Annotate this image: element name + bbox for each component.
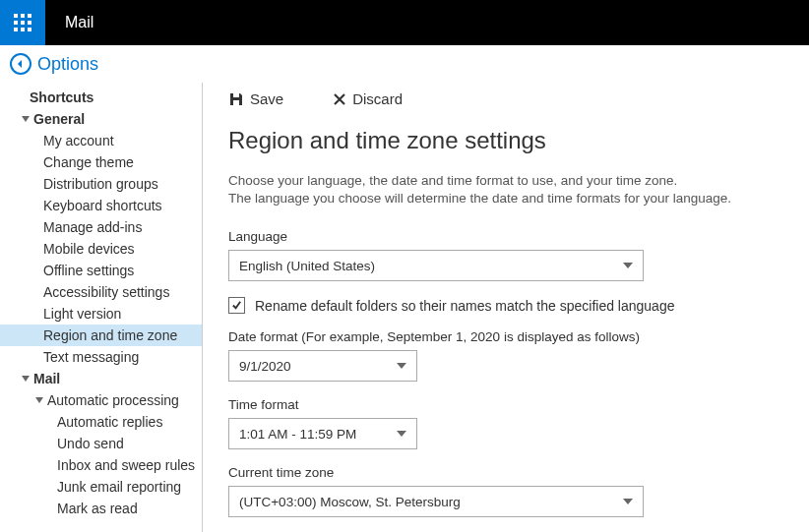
sidebar-item-mark-as-read[interactable]: Mark as read bbox=[0, 498, 202, 519]
time-zone-label: Current time zone bbox=[228, 465, 809, 480]
app-title: Mail bbox=[65, 14, 93, 31]
rename-folders-checkbox[interactable]: Rename default folders so their names ma… bbox=[228, 297, 809, 314]
time-format-select[interactable]: 1:01 AM - 11:59 PM bbox=[228, 418, 417, 449]
content-pane: Save Discard Region and time zone settin… bbox=[203, 83, 809, 532]
sidebar-item-inbox-sweep[interactable]: Inbox and sweep rules bbox=[0, 454, 202, 476]
sidebar-item-my-account[interactable]: My account bbox=[0, 130, 202, 151]
svg-rect-2 bbox=[28, 14, 31, 18]
sidebar-item-offline-settings[interactable]: Offline settings bbox=[0, 260, 202, 281]
sidebar-item-manage-addins[interactable]: Manage add-ins bbox=[0, 216, 202, 238]
sidebar-item-automatic-replies[interactable]: Automatic replies bbox=[0, 411, 202, 433]
sidebar-item-junk-email[interactable]: Junk email reporting bbox=[0, 476, 202, 498]
language-label: Language bbox=[228, 229, 809, 244]
close-icon bbox=[333, 92, 346, 106]
options-back[interactable]: Options bbox=[0, 45, 809, 83]
expand-icon bbox=[22, 376, 30, 382]
checkbox-checked-icon bbox=[228, 297, 245, 314]
svg-rect-7 bbox=[21, 28, 25, 31]
sidebar-item-change-theme[interactable]: Change theme bbox=[0, 151, 202, 173]
expand-icon bbox=[35, 397, 43, 403]
sidebar-item-undo-send[interactable]: Undo send bbox=[0, 433, 202, 454]
sidebar-item-region-time-zone[interactable]: Region and time zone bbox=[0, 325, 202, 346]
svg-rect-8 bbox=[28, 28, 31, 31]
language-select[interactable]: English (United States) bbox=[228, 250, 644, 281]
date-format-label: Date format (For example, September 1, 2… bbox=[228, 329, 809, 344]
save-button[interactable]: Save bbox=[228, 90, 283, 107]
chevron-down-icon bbox=[623, 499, 633, 504]
toolbar: Save Discard bbox=[228, 90, 809, 107]
sidebar-shortcuts[interactable]: Shortcuts bbox=[0, 87, 202, 108]
waffle-icon bbox=[14, 14, 31, 31]
sidebar-automatic-processing[interactable]: Automatic processing bbox=[0, 389, 202, 411]
sidebar-mail[interactable]: Mail bbox=[0, 368, 202, 389]
chevron-down-icon bbox=[397, 363, 406, 369]
svg-rect-5 bbox=[28, 21, 31, 25]
sidebar-general[interactable]: General bbox=[0, 108, 202, 130]
sidebar-item-distribution-groups[interactable]: Distribution groups bbox=[0, 173, 202, 195]
options-sidebar: Shortcuts General My account Change them… bbox=[0, 83, 203, 532]
page-description: Choose your language, the date and time … bbox=[228, 172, 809, 207]
svg-rect-3 bbox=[14, 21, 18, 25]
discard-button[interactable]: Discard bbox=[333, 90, 403, 107]
options-label: Options bbox=[37, 54, 98, 75]
sidebar-item-keyboard-shortcuts[interactable]: Keyboard shortcuts bbox=[0, 195, 202, 216]
chevron-down-icon bbox=[623, 263, 633, 268]
sidebar-item-mobile-devices[interactable]: Mobile devices bbox=[0, 238, 202, 260]
app-launcher-button[interactable] bbox=[0, 0, 45, 45]
save-icon bbox=[228, 91, 244, 107]
svg-rect-1 bbox=[21, 14, 25, 18]
svg-rect-6 bbox=[14, 28, 18, 31]
svg-rect-4 bbox=[21, 21, 25, 25]
expand-icon bbox=[22, 116, 30, 122]
page-title: Region and time zone settings bbox=[228, 127, 809, 154]
time-zone-select[interactable]: (UTC+03:00) Moscow, St. Petersburg bbox=[228, 486, 644, 517]
chevron-down-icon bbox=[397, 431, 406, 437]
back-arrow-icon bbox=[10, 53, 31, 75]
time-format-label: Time format bbox=[228, 397, 809, 412]
top-bar: Mail bbox=[0, 0, 809, 45]
date-format-select[interactable]: 9/1/2020 bbox=[228, 350, 417, 382]
sidebar-item-text-messaging[interactable]: Text messaging bbox=[0, 346, 202, 368]
svg-rect-0 bbox=[14, 14, 18, 18]
sidebar-item-accessibility[interactable]: Accessibility settings bbox=[0, 281, 202, 303]
sidebar-item-light-version[interactable]: Light version bbox=[0, 303, 202, 325]
